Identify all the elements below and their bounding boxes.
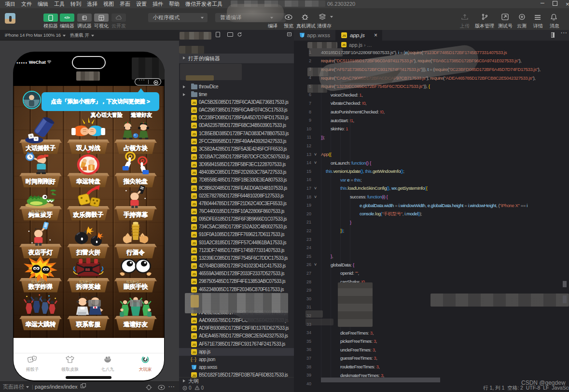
svg-text:88: 88 (85, 267, 90, 272)
